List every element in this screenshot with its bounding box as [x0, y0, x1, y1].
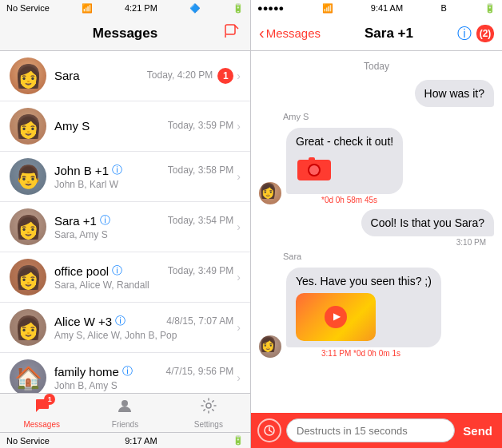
- right-status-bar: ●●●●● 📶 9:41 AM B 🔋: [251, 0, 502, 16]
- info-icon-alice[interactable]: ⓘ: [115, 314, 126, 328]
- msg-subtitle-johnb: John B, Karl W: [54, 179, 233, 190]
- conversation-item-sara[interactable]: 👩 Sara Today, 4:20 PM 1 ›: [0, 51, 250, 101]
- msg-name-amy: Amy S: [54, 119, 90, 133]
- messages-tab-icon: 1: [33, 397, 50, 418]
- svg-point-4: [206, 403, 211, 408]
- nav-info-icon[interactable]: ⓘ: [457, 24, 472, 43]
- destruct-timer-icon[interactable]: [257, 418, 281, 442]
- chevron-sara2: ›: [237, 220, 241, 233]
- bottom-status-bar: No Service 9:17 AM 🔋: [0, 432, 250, 448]
- msg-subtitle-family: John B, Amy S: [54, 380, 233, 391]
- msg-content-office: office pool ⓘ Today, 3:49 PM Sara, Alice…: [54, 264, 233, 291]
- right-wifi-icon: 📶: [322, 3, 333, 14]
- avatar-office: 👩: [10, 259, 46, 295]
- msg-time-alice: 4/8/15, 7:07 AM: [166, 315, 233, 327]
- right-time: 9:41 AM: [371, 3, 403, 13]
- info-icon-sara2[interactable]: ⓘ: [100, 213, 110, 228]
- chevron-amy: ›: [237, 120, 241, 133]
- conversation-item-family[interactable]: 🏠 family home ⓘ 4/7/15, 9:56 PM John B, …: [0, 353, 250, 393]
- conversation-item-sara2[interactable]: 👩 Sara +1 ⓘ Today, 3:54 PM Sara, Amy S ›: [0, 202, 250, 252]
- avatar-sara: 👩: [10, 57, 46, 94]
- avatar-sara2: 👩: [10, 208, 46, 245]
- msg-content-sara: Sara Today, 4:20 PM: [54, 69, 213, 84]
- back-label: Messages: [266, 26, 321, 40]
- bubble-sent-1: How was it?: [415, 80, 494, 107]
- msg-content-alice: Alice W +3 ⓘ 4/8/15, 7:07 AM Amy S, Alic…: [54, 314, 233, 341]
- tab-friends[interactable]: Friends: [83, 394, 166, 432]
- date-divider: Today: [251, 57, 502, 75]
- sender-label-amy: Amy S: [251, 112, 502, 121]
- bottom-time: 9:17 AM: [125, 436, 157, 446]
- message-row-2: 👩 Great - check it out! *0d 0h 58m 45s: [251, 128, 502, 204]
- bubble-received-4: Yes. Have you seen this? ;) ▶: [286, 268, 441, 347]
- msg-subtitle-alice: Amy S, Alice W, John B, Pop: [54, 330, 233, 341]
- bubble-received-2: Great - check it out!: [286, 128, 403, 193]
- right-panel: ●●●●● 📶 9:41 AM B 🔋 ‹ Messages Sara +1 ⓘ…: [251, 0, 502, 448]
- friends-tab-icon: [116, 397, 133, 418]
- messages-badge: 1: [44, 394, 55, 405]
- settings-tab-label: Settings: [194, 420, 223, 429]
- right-nav-bar: ‹ Messages Sara +1 ⓘ (2): [251, 16, 502, 51]
- avatar-amy-chat: 👩: [259, 182, 281, 204]
- msg-time-amy: Today, 3:59 PM: [168, 120, 234, 131]
- message-list: 👩 Sara Today, 4:20 PM 1 › 👩 Amy S Today,…: [0, 51, 250, 393]
- left-panel: No Service 📶 4:21 PM 🔷 🔋 Messages 👩 Sara: [0, 0, 251, 448]
- avatar-family: 🏠: [10, 359, 46, 393]
- sender-label-sara: Sara: [251, 252, 502, 261]
- left-battery-icon: 🔋: [233, 3, 244, 14]
- conversation-item-amy[interactable]: 👩 Amy S Today, 3:59 PM ›: [0, 101, 250, 152]
- bubble-time-4: 3:11 PM *0d 0h 0m 1s: [286, 349, 441, 358]
- msg-content-family: family home ⓘ 4/7/15, 9:56 PM John B, Am…: [54, 364, 233, 391]
- tab-bar: 1 Messages Friends Settings: [0, 393, 250, 432]
- camera-icon: [296, 153, 333, 184]
- bubble-time-2: *0d 0h 58m 45s: [286, 196, 403, 204]
- msg-time-office: Today, 3:49 PM: [168, 265, 234, 276]
- msg-name-family: family home: [54, 365, 119, 379]
- chevron-sara: ›: [237, 69, 241, 82]
- message-row-3: Cool! Is that you Sara? 3:10 PM: [251, 209, 502, 247]
- avatar-amy: 👩: [10, 108, 46, 145]
- msg-subtitle-sara2: Sara, Amy S: [54, 229, 233, 240]
- video-thumbnail[interactable]: ▶: [296, 293, 376, 341]
- input-bar: Send: [251, 413, 502, 448]
- msg-content-sara2: Sara +1 ⓘ Today, 3:54 PM Sara, Amy S: [54, 213, 233, 240]
- chevron-johnb: ›: [237, 170, 241, 183]
- msg-time-sara: Today, 4:20 PM: [147, 69, 213, 81]
- back-button[interactable]: ‹ Messages: [259, 24, 321, 42]
- avatar-johnb: 👨: [10, 158, 46, 195]
- info-icon-office[interactable]: ⓘ: [112, 264, 122, 278]
- conversation-item-alice[interactable]: 👩 Alice W +3 ⓘ 4/8/15, 7:07 AM Amy S, Al…: [0, 303, 250, 353]
- messages-title: Messages: [93, 26, 157, 42]
- msg-name-sara: Sara: [54, 69, 80, 82]
- right-battery-icon: 🔋: [484, 3, 496, 14]
- avatar-alice: 👩: [10, 309, 46, 346]
- msg-time-johnb: Today, 3:58 PM: [168, 165, 234, 176]
- tab-settings[interactable]: Settings: [167, 394, 250, 432]
- back-chevron-icon: ‹: [259, 24, 265, 42]
- compose-icon[interactable]: [223, 22, 241, 44]
- badge-sara: 1: [217, 68, 233, 84]
- settings-tab-icon: [200, 397, 217, 418]
- tab-messages[interactable]: 1 Messages: [0, 394, 83, 432]
- bottom-battery: 🔋: [233, 435, 244, 446]
- bubble-text-4: Yes. Have you seen this? ;): [296, 274, 432, 288]
- send-button[interactable]: Send: [460, 424, 496, 438]
- play-button-icon[interactable]: ▶: [325, 306, 347, 328]
- conversation-item-johnb[interactable]: 👨 John B +1 ⓘ Today, 3:58 PM John B, Kar…: [0, 152, 250, 202]
- message-row-4: 👩 Yes. Have you seen this? ;) ▶ 3:11 PM …: [251, 268, 502, 358]
- right-signal: ●●●●●: [257, 3, 284, 13]
- left-status-bar: No Service 📶 4:21 PM 🔷 🔋: [0, 0, 250, 16]
- msg-time-family: 4/7/15, 9:56 PM: [166, 366, 234, 377]
- info-icon-family[interactable]: ⓘ: [122, 364, 133, 379]
- chevron-family: ›: [237, 371, 241, 384]
- bubble-time-3: 3:10 PM: [361, 238, 494, 247]
- chat-title: Sara +1: [365, 26, 413, 42]
- info-icon-johnb[interactable]: ⓘ: [112, 163, 122, 177]
- svg-point-3: [122, 400, 128, 406]
- msg-name-sara2: Sara +1: [54, 214, 97, 228]
- msg-content-amy: Amy S Today, 3:59 PM: [54, 119, 233, 134]
- conversation-item-office[interactable]: 👩 office pool ⓘ Today, 3:49 PM Sara, Ali…: [0, 252, 250, 303]
- message-input[interactable]: [286, 418, 455, 442]
- friends-tab-label: Friends: [112, 420, 138, 429]
- bottom-signal: No Service: [6, 436, 50, 446]
